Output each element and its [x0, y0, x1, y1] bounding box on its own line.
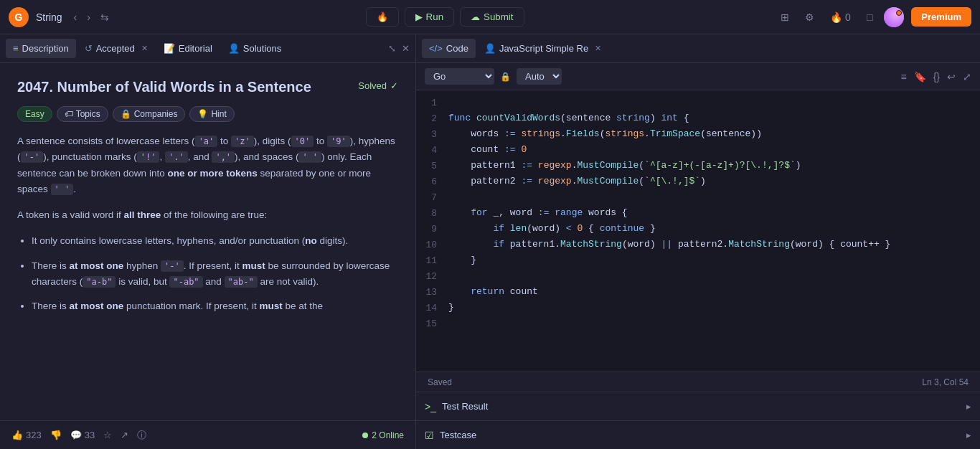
bookmark-button[interactable]: ☆ [103, 430, 112, 440]
left-tabs: ≡ Description ↺ Accepted ✕ 📝 Editorial 👤… [0, 34, 415, 63]
solved-badge: Solved ✓ [358, 80, 398, 91]
comment-button[interactable]: 💬 33 [70, 430, 95, 440]
problem-description: A sentence consists of lowercase letters… [17, 133, 398, 314]
tab-code[interactable]: </> Code [422, 39, 476, 58]
hint-label: Hint [211, 109, 226, 119]
flame-count-button[interactable]: 🔥 0 [826, 9, 855, 26]
nav-shuffle-button[interactable]: ⇆ [96, 9, 113, 26]
nav-center: 🔥 ▶ Run ☁ Submit [366, 7, 524, 27]
dislike-button[interactable]: 👎 [50, 430, 62, 440]
code-tab-label: Code [446, 43, 468, 54]
companies-tag[interactable]: 🔒 Companies [113, 106, 186, 122]
online-badge: 2 Online [362, 430, 404, 440]
grid-button[interactable]: ⊞ [776, 9, 793, 26]
testcase-panel[interactable]: ☑ Testcase ▸ [416, 420, 980, 449]
nav-prev-button[interactable]: ‹ [70, 9, 82, 26]
comment-count: 33 [85, 430, 95, 440]
play-icon: ▶ [415, 11, 423, 22]
code-line-4: 4 count := 0 [416, 143, 980, 159]
footer-left: 👍 323 👎 💬 33 ☆ ↗ ⓘ [11, 429, 146, 442]
app-logo[interactable]: G [9, 7, 29, 27]
code-line-13: 13 return count [416, 285, 980, 301]
nav-next-button[interactable]: › [83, 9, 95, 26]
topics-label: Topics [76, 109, 100, 119]
gear-button[interactable]: ⚙ [801, 9, 819, 26]
code-line-7: 7 [416, 191, 980, 207]
cursor-position: Ln 3, Col 54 [922, 377, 969, 387]
main-layout: ≡ Description ↺ Accepted ✕ 📝 Editorial 👤… [0, 34, 980, 449]
save-status: Saved [428, 377, 452, 387]
code-line-6: 6 pattern2 := regexp.MustCompile(`^[\.!,… [416, 175, 980, 191]
topics-tag[interactable]: 🏷 Topics [57, 106, 108, 122]
tab-ai[interactable]: 👤 JavaScript Simple Re ✕ [477, 39, 608, 58]
square-button[interactable]: □ [862, 9, 877, 26]
cloud-icon: ☁ [471, 11, 480, 22]
difficulty-tag[interactable]: Easy [17, 106, 52, 122]
run-button[interactable]: ▶ Run [405, 7, 454, 27]
like-count: 323 [26, 430, 42, 440]
top-nav: G String ‹ › ⇆ 🔥 ▶ Run ☁ Submit ⊞ ⚙ 🔥 0 … [0, 0, 980, 34]
code-line-15: 15 [416, 317, 980, 333]
hint-tag[interactable]: 💡 Hint [189, 106, 234, 122]
lock-icon: 🔒 [500, 72, 511, 82]
right-tabs: </> Code 👤 JavaScript Simple Re ✕ [416, 34, 980, 63]
bottom-panels: >_ Test Result ▸ ☑ Testcase ▸ [416, 392, 980, 449]
code-line-9: 9 if len(word) < 0 { continue } [416, 222, 980, 238]
test-result-panel[interactable]: >_ Test Result ▸ [416, 392, 980, 420]
share-icon: ↗ [121, 430, 128, 440]
code-editor[interactable]: 1 2 func countValidWords(sentence string… [416, 90, 980, 372]
nav-arrows: ‹ › ⇆ [70, 9, 113, 26]
fire-button[interactable]: 🔥 [366, 7, 399, 27]
expand-editor-icon[interactable]: ⤢ [963, 71, 971, 82]
ai-tab-icon: 👤 [484, 43, 496, 54]
online-dot [362, 433, 368, 438]
submit-button[interactable]: ☁ Submit [460, 7, 524, 27]
tab-editorial[interactable]: 📝 Editorial [156, 39, 220, 58]
tab-accepted[interactable]: ↺ Accepted ✕ [77, 39, 155, 58]
expand-icon[interactable]: ⤡ [388, 43, 396, 54]
testcase-label: Testcase [440, 430, 476, 440]
info-button[interactable]: ⓘ [137, 429, 146, 442]
braces-icon[interactable]: {} [933, 71, 940, 82]
run-label: Run [426, 11, 443, 22]
language-select[interactable]: Go JavaScript Python Java C++ [425, 68, 494, 85]
accepted-tab-label: Accepted [96, 43, 135, 54]
description-tab-icon: ≡ [13, 43, 19, 54]
premium-button[interactable]: Premium [911, 7, 971, 27]
editorial-tab-label: Editorial [179, 43, 212, 54]
toolbar-right: ≡ 🔖 {} ↩ ⤢ [900, 71, 971, 82]
left-panel: ≡ Description ↺ Accepted ✕ 📝 Editorial 👤… [0, 34, 416, 449]
editor-toolbar: Go JavaScript Python Java C++ 🔒 Auto 12 … [416, 63, 980, 90]
solved-label: Solved [358, 80, 387, 91]
code-tab-icon: </> [429, 43, 443, 54]
code-line-12: 12 [416, 270, 980, 285]
tab-solutions[interactable]: 👤 Solutions [221, 39, 288, 58]
companies-icon: 🔒 [121, 109, 131, 119]
like-button[interactable]: 👍 323 [11, 430, 42, 440]
flame-icon: 🔥 [830, 11, 842, 23]
share-button[interactable]: ↗ [121, 430, 128, 440]
settings-icon[interactable]: ≡ [900, 71, 906, 82]
flame-count: 0 [845, 11, 851, 23]
topics-icon: 🏷 [65, 109, 73, 119]
bookmark-editor-icon[interactable]: 🔖 [914, 71, 926, 82]
hint-icon: 💡 [197, 109, 208, 119]
description-tab-label: Description [22, 43, 69, 54]
terminal-icon: >_ [425, 401, 436, 412]
editor-status-bar: Saved Ln 3, Col 54 [416, 372, 980, 392]
undo-icon[interactable]: ↩ [947, 71, 956, 82]
code-line-2: 2 func countValidWords(sentence string) … [416, 112, 980, 128]
code-line-10: 10 if pattern1.MatchString(word) || patt… [416, 238, 980, 254]
accepted-tab-close[interactable]: ✕ [141, 44, 148, 53]
problem-header: 2047. Number of Valid Words in a Sentenc… [17, 77, 398, 96]
nav-problem-label: String [36, 11, 62, 23]
fire-icon: 🔥 [377, 11, 388, 22]
tab-description[interactable]: ≡ Description [6, 39, 76, 58]
ai-tab-close[interactable]: ✕ [595, 44, 601, 53]
font-size-select[interactable]: Auto 12 14 16 [517, 68, 562, 85]
close-panel-icon[interactable]: ✕ [402, 43, 410, 54]
thumbs-up-icon: 👍 [11, 430, 23, 440]
avatar[interactable] [884, 7, 904, 27]
code-line-1: 1 [416, 96, 980, 112]
accepted-tab-icon: ↺ [85, 43, 93, 54]
